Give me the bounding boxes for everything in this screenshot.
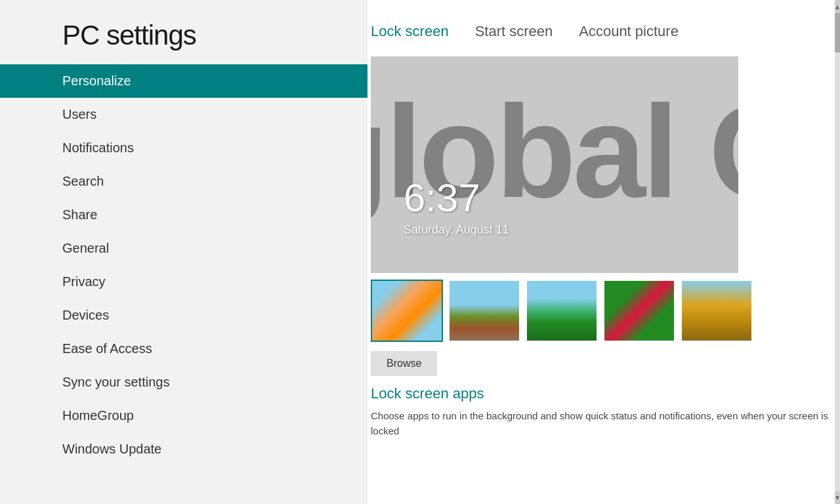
sidebar-item-notifications[interactable]: Notifications: [0, 131, 368, 165]
sidebar-item-homegroup[interactable]: HomeGroup: [0, 399, 368, 432]
sidebar-item-devices[interactable]: Devices: [0, 299, 368, 332]
scrollbar-up-arrow[interactable]: ▲: [835, 0, 840, 13]
thumbnail-thumb-4[interactable]: [603, 280, 675, 342]
scrollbar[interactable]: ▲ ▼: [835, 0, 840, 504]
sidebar-item-users[interactable]: Users: [0, 98, 368, 131]
sidebar-item-share[interactable]: Share: [0, 198, 368, 232]
thumbnail-thumb-1[interactable]: [371, 280, 443, 342]
lock-date: Saturday, August 11: [404, 223, 509, 237]
lock-time: 6:37: [404, 175, 480, 220]
sidebar-item-search[interactable]: Search: [0, 165, 368, 198]
sidebar-item-ease-of-access[interactable]: Ease of Access: [0, 332, 368, 366]
sidebar-item-general[interactable]: General: [0, 232, 368, 265]
tabs-bar: Lock screenStart screenAccount picture: [371, 0, 840, 56]
thumbnail-thumb-5[interactable]: [681, 280, 753, 342]
sidebar-item-windows-update[interactable]: Windows Update: [0, 432, 368, 466]
app-title: PC settings: [0, 0, 368, 64]
thumbnail-thumb-3[interactable]: [526, 280, 598, 342]
sidebar-item-sync-your-settings[interactable]: Sync your settings: [0, 366, 368, 399]
main-layout: PC settings PersonalizeUsersNotification…: [0, 0, 840, 504]
tab-lock-screen[interactable]: Lock screen: [371, 20, 449, 43]
thumbnail-row: [371, 273, 833, 348]
sidebar-item-personalize[interactable]: Personalize: [0, 64, 368, 98]
scrollbar-thumb[interactable]: [835, 13, 840, 52]
content-area: Lock screenStart screenAccount picture g…: [368, 0, 840, 504]
content-scroll[interactable]: global C 6:37 Saturday, August 11 Browse…: [368, 56, 840, 504]
lock-screen-apps-desc: Choose apps to run in the background and…: [371, 409, 833, 438]
thumbnail-thumb-2[interactable]: [448, 280, 520, 342]
sidebar-item-privacy[interactable]: Privacy: [0, 265, 368, 299]
lock-screen-preview: global C 6:37 Saturday, August 11: [371, 56, 738, 273]
scrollbar-down-arrow[interactable]: ▼: [835, 491, 840, 504]
nav-list: PersonalizeUsersNotificationsSearchShare…: [0, 64, 368, 504]
lock-screen-apps-title: Lock screen apps: [371, 385, 833, 402]
browse-button[interactable]: Browse: [371, 351, 437, 376]
sidebar: PC settings PersonalizeUsersNotification…: [0, 0, 368, 504]
tab-start-screen[interactable]: Start screen: [475, 20, 553, 43]
tab-account-picture[interactable]: Account picture: [579, 20, 679, 43]
